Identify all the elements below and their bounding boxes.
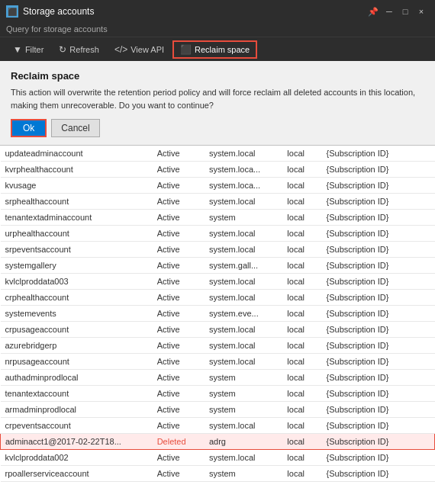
account-subscription: {Subscription ID} (322, 162, 435, 178)
account-system: system.local (205, 226, 282, 242)
account-status: Active (153, 194, 205, 210)
table-row[interactable]: crphealthaccount Active system.local loc… (1, 290, 435, 306)
account-subscription: {Subscription ID} (322, 274, 435, 290)
account-local: local (282, 322, 321, 338)
account-status: Active (153, 306, 205, 322)
table-row[interactable]: adminacct1@2017-02-22T18... Deleted adrg… (1, 434, 435, 450)
table-row[interactable]: systemevents Active system.eve... local … (1, 306, 435, 322)
account-status: Active (153, 258, 205, 274)
window-controls: 📌 ─ □ × (366, 4, 429, 19)
filter-button[interactable]: ▼ Filter (6, 40, 50, 59)
ok-button[interactable]: Ok (11, 119, 47, 137)
account-system: system.gall... (205, 258, 282, 274)
account-local: local (282, 226, 321, 242)
table-row[interactable]: crpeventsaccount Active system.local loc… (1, 418, 435, 434)
account-subscription: {Subscription ID} (322, 226, 435, 242)
table-row[interactable]: srphealthaccount Active system.local loc… (1, 194, 435, 210)
account-status: Active (153, 450, 205, 466)
account-name: tenantextadminaccount (1, 210, 153, 226)
account-status: Active (153, 146, 205, 162)
account-name: srpeventsaccount (1, 242, 153, 258)
account-system: system (205, 402, 282, 418)
account-local: local (282, 194, 321, 210)
account-subscription: {Subscription ID} (322, 466, 435, 482)
account-local: local (282, 146, 321, 162)
table-row[interactable]: systemgallery Active system.gall... loca… (1, 258, 435, 274)
table-row[interactable]: srpeventsaccount Active system.local loc… (1, 242, 435, 258)
account-subscription: {Subscription ID} (322, 258, 435, 274)
window-title: Storage accounts (23, 6, 94, 17)
reclaim-description: This action will overwrite the retention… (11, 86, 424, 111)
account-status: Active (153, 338, 205, 354)
account-name: urphealthaccount (1, 226, 153, 242)
minimize-button[interactable]: ─ (382, 4, 397, 19)
account-local: local (282, 434, 321, 450)
account-name: adminacct1@2017-02-22T18... (1, 434, 153, 450)
table-row[interactable]: nrpusageaccount Active system.local loca… (1, 354, 435, 370)
account-system: system.local (205, 242, 282, 258)
table-row[interactable]: azurebridgerp Active system.local local … (1, 338, 435, 354)
content-area: Reclaim space This action will overwrite… (0, 61, 435, 504)
table-container[interactable]: updateadminaccount Active system.local l… (0, 146, 435, 504)
account-name: systemgallery (1, 258, 153, 274)
window-subtitle: Query for storage accounts (0, 23, 435, 37)
view-api-button[interactable]: </> View API (108, 40, 171, 59)
account-name: crphealthaccount (1, 290, 153, 306)
account-name: kvlclproddata003 (1, 274, 153, 290)
account-name: kvusage (1, 178, 153, 194)
table-row[interactable]: tenantextaccount Active system local {Su… (1, 386, 435, 402)
account-name: kvrphealthaccount (1, 162, 153, 178)
account-system: system.local (205, 146, 282, 162)
table-row[interactable]: tenantextadminaccount Active system loca… (1, 210, 435, 226)
account-subscription: {Subscription ID} (322, 178, 435, 194)
account-system: system.local (205, 290, 282, 306)
title-bar: ⬛ Storage accounts 📌 ─ □ × (0, 0, 435, 23)
account-status: Active (153, 354, 205, 370)
refresh-icon: ↻ (59, 44, 66, 55)
table-row[interactable]: kvlclproddata003 Active system.local loc… (1, 274, 435, 290)
account-name: authadminprodlocal (1, 370, 153, 386)
account-local: local (282, 162, 321, 178)
accounts-table: updateadminaccount Active system.local l… (0, 146, 435, 482)
cancel-button[interactable]: Cancel (51, 119, 99, 137)
table-row[interactable]: kvrphealthaccount Active system.loca... … (1, 162, 435, 178)
account-status: Active (153, 370, 205, 386)
account-status: Active (153, 386, 205, 402)
account-local: local (282, 306, 321, 322)
account-subscription: {Subscription ID} (322, 338, 435, 354)
table-row[interactable]: kvusage Active system.loca... local {Sub… (1, 178, 435, 194)
account-local: local (282, 466, 321, 482)
table-row[interactable]: rpoallerserviceaccount Active system loc… (1, 466, 435, 482)
account-system: system.local (205, 274, 282, 290)
account-local: local (282, 370, 321, 386)
account-system: system.local (205, 450, 282, 466)
account-name: armadminprodlocal (1, 402, 153, 418)
account-local: local (282, 450, 321, 466)
account-status: Active (153, 402, 205, 418)
table-row[interactable]: updateadminaccount Active system.local l… (1, 146, 435, 162)
table-row[interactable]: kvlclproddata002 Active system.local loc… (1, 450, 435, 466)
refresh-button[interactable]: ↻ Refresh (52, 40, 106, 59)
account-status: Active (153, 290, 205, 306)
account-name: systemevents (1, 306, 153, 322)
account-name: crpeventsaccount (1, 418, 153, 434)
account-local: local (282, 418, 321, 434)
account-system: system.loca... (205, 162, 282, 178)
table-row[interactable]: crpusageaccount Active system.local loca… (1, 322, 435, 338)
account-name: srphealthaccount (1, 194, 153, 210)
account-system: adrg (205, 434, 282, 450)
account-local: local (282, 274, 321, 290)
table-row[interactable]: armadminprodlocal Active system local {S… (1, 402, 435, 418)
account-subscription: {Subscription ID} (322, 146, 435, 162)
close-button[interactable]: × (414, 4, 429, 19)
pin-button[interactable]: 📌 (366, 4, 381, 19)
title-bar-left: ⬛ Storage accounts (6, 5, 94, 18)
account-system: system (205, 370, 282, 386)
account-name: azurebridgerp (1, 338, 153, 354)
account-local: local (282, 354, 321, 370)
maximize-button[interactable]: □ (398, 4, 413, 19)
table-row[interactable]: authadminprodlocal Active system local {… (1, 370, 435, 386)
table-row[interactable]: urphealthaccount Active system.local loc… (1, 226, 435, 242)
reclaim-space-button[interactable]: ⬛ Reclaim space (172, 40, 257, 59)
account-subscription: {Subscription ID} (322, 354, 435, 370)
